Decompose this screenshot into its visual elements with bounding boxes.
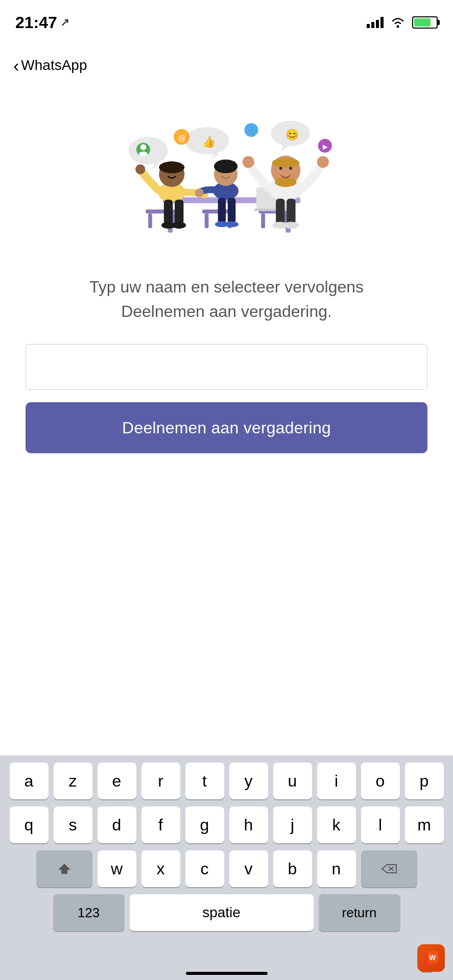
- status-time: 21:47: [15, 14, 57, 31]
- key-v[interactable]: v: [229, 850, 268, 887]
- key-i[interactable]: i: [317, 763, 356, 799]
- svg-rect-28: [227, 198, 235, 223]
- wifi-icon: [391, 17, 405, 28]
- key-l[interactable]: l: [361, 806, 400, 843]
- keyboard: a z e r t y u i o p q s d f g h j k l m …: [0, 755, 453, 980]
- join-meeting-button[interactable]: Deelnemen aan vergadering: [26, 402, 427, 453]
- key-e[interactable]: e: [98, 763, 136, 799]
- numeric-key[interactable]: 123: [53, 894, 125, 931]
- svg-point-17: [159, 161, 184, 173]
- location-arrow-icon: ↗: [60, 16, 69, 29]
- key-z[interactable]: z: [54, 763, 92, 799]
- key-r[interactable]: r: [141, 763, 180, 799]
- svg-rect-8: [204, 213, 208, 228]
- shift-icon: [57, 862, 71, 876]
- status-bar: 21:47 ↗: [0, 0, 453, 45]
- o365-badge: W: [417, 944, 445, 972]
- key-p[interactable]: p: [405, 763, 444, 799]
- key-s[interactable]: s: [54, 806, 92, 843]
- meeting-illustration: 👍 😊 @ 📎 ▶: [99, 101, 354, 254]
- key-y[interactable]: y: [229, 763, 268, 799]
- main-content: 👍 😊 @ 📎 ▶ Typ uw naam en selecteer vervo…: [0, 86, 453, 469]
- svg-point-18: [135, 164, 145, 174]
- svg-point-34: [275, 177, 296, 187]
- svg-text:@: @: [178, 134, 186, 142]
- key-n[interactable]: n: [317, 850, 356, 887]
- key-w[interactable]: w: [98, 850, 136, 887]
- key-u[interactable]: u: [273, 763, 312, 799]
- svg-text:📎: 📎: [248, 127, 257, 136]
- keyboard-row-3: w x c v b n: [4, 850, 449, 887]
- keyboard-row-1: a z e r t y u i o p: [4, 763, 449, 799]
- keyboard-row-2: q s d f g h j k l m: [4, 806, 449, 843]
- key-b[interactable]: b: [273, 850, 312, 887]
- svg-marker-60: [58, 864, 70, 874]
- svg-rect-39: [276, 199, 284, 224]
- key-x[interactable]: x: [141, 850, 180, 887]
- key-t[interactable]: t: [185, 763, 224, 799]
- svg-point-0: [397, 26, 399, 28]
- shift-key[interactable]: [36, 850, 92, 887]
- key-d[interactable]: d: [98, 806, 136, 843]
- svg-point-42: [283, 222, 299, 229]
- svg-text:👍: 👍: [202, 135, 216, 149]
- battery-icon: [412, 16, 438, 29]
- svg-marker-48: [280, 145, 289, 152]
- status-left: 21:47 ↗: [15, 14, 69, 31]
- svg-point-26: [195, 188, 203, 197]
- back-label: WhatsApp: [21, 57, 87, 74]
- nav-bar: ‹ WhatsApp: [0, 45, 453, 86]
- svg-rect-27: [218, 198, 225, 223]
- key-k[interactable]: k: [317, 806, 356, 843]
- backspace-icon: [380, 863, 398, 875]
- key-o[interactable]: o: [361, 763, 400, 799]
- name-input[interactable]: [26, 344, 427, 390]
- space-key[interactable]: spatie: [130, 894, 314, 931]
- svg-point-36: [289, 167, 292, 170]
- key-j[interactable]: j: [273, 806, 312, 843]
- key-f[interactable]: f: [141, 806, 180, 843]
- svg-rect-7: [202, 210, 231, 214]
- back-button[interactable]: ‹ WhatsApp: [13, 57, 87, 74]
- svg-text:W: W: [429, 953, 436, 962]
- svg-point-38: [317, 156, 328, 168]
- svg-point-50: [140, 144, 146, 151]
- signal-bars-icon: [367, 17, 384, 28]
- svg-rect-5: [148, 213, 152, 228]
- svg-point-30: [225, 222, 239, 228]
- key-g[interactable]: g: [185, 806, 224, 843]
- svg-rect-40: [287, 199, 295, 224]
- svg-rect-11: [261, 213, 265, 228]
- key-a[interactable]: a: [10, 763, 49, 799]
- svg-point-25: [214, 159, 237, 173]
- svg-point-35: [279, 167, 282, 170]
- status-right: [367, 16, 438, 29]
- o365-icon: W: [422, 949, 440, 967]
- svg-point-22: [172, 222, 186, 229]
- key-h[interactable]: h: [229, 806, 268, 843]
- illustration: 👍 😊 @ 📎 ▶: [26, 96, 427, 259]
- keyboard-row-4: 123 spatie return: [4, 894, 449, 931]
- svg-point-33: [272, 158, 299, 168]
- svg-text:😊: 😊: [285, 128, 299, 141]
- svg-point-51: [138, 152, 147, 157]
- instruction-text: Typ uw naam en selecteer vervolgens Deel…: [74, 275, 380, 324]
- home-indicator: [186, 972, 268, 975]
- backspace-key[interactable]: [361, 850, 417, 887]
- back-arrow-icon: ‹: [13, 57, 19, 74]
- return-key[interactable]: return: [319, 894, 400, 931]
- svg-point-37: [242, 156, 254, 168]
- key-q[interactable]: q: [10, 806, 49, 843]
- key-m[interactable]: m: [405, 806, 444, 843]
- svg-rect-19: [163, 200, 172, 224]
- svg-text:▶: ▶: [322, 143, 327, 151]
- svg-rect-20: [175, 200, 183, 224]
- key-c[interactable]: c: [185, 850, 224, 887]
